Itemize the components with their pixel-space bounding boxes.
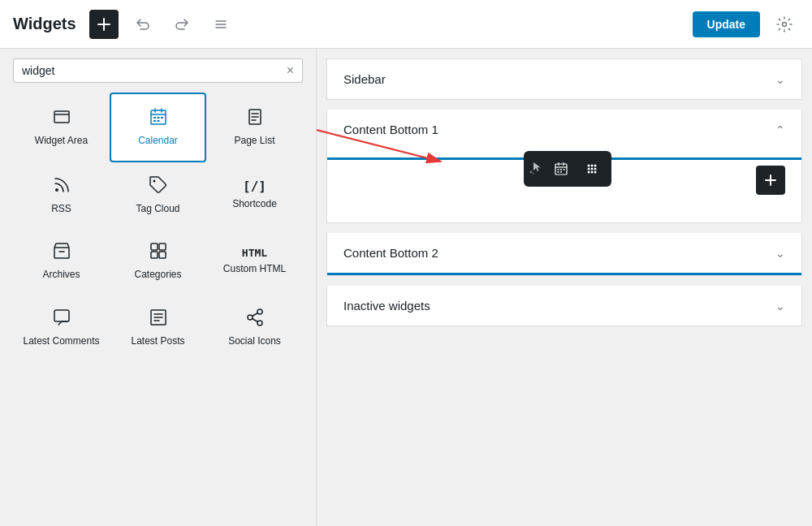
widget-item-rss[interactable]: RSS bbox=[13, 162, 110, 229]
svg-rect-14 bbox=[151, 252, 158, 258]
widget-item-custom-html[interactable]: HTML Custom HTML bbox=[206, 228, 303, 295]
header: Widgets Update bbox=[0, 0, 812, 49]
settings-button[interactable] bbox=[770, 10, 799, 39]
custom-html-icon: HTML bbox=[242, 248, 267, 258]
svg-point-21 bbox=[530, 170, 533, 173]
inactive-widgets-header[interactable]: Inactive widgets ⌄ bbox=[327, 286, 801, 326]
widget-item-categories[interactable]: Categories bbox=[110, 228, 206, 295]
svg-point-36 bbox=[591, 171, 594, 174]
latest-posts-icon bbox=[149, 308, 168, 330]
widget-panel: × Widget Area bbox=[0, 49, 317, 526]
sidebar-header[interactable]: Sidebar ⌄ bbox=[327, 59, 801, 99]
svg-rect-5 bbox=[161, 117, 163, 119]
inactive-widgets-section: Inactive widgets ⌄ bbox=[326, 286, 802, 326]
svg-rect-26 bbox=[564, 169, 565, 170]
clear-search-button[interactable]: × bbox=[287, 64, 294, 77]
grid-view-button[interactable] bbox=[577, 154, 607, 183]
svg-point-30 bbox=[591, 165, 594, 167]
categories-icon bbox=[149, 241, 168, 264]
sidebar-section: Sidebar ⌄ bbox=[326, 58, 802, 100]
archives-icon bbox=[52, 241, 71, 264]
svg-point-22 bbox=[533, 173, 534, 175]
svg-point-20 bbox=[257, 321, 262, 326]
tag-cloud-icon bbox=[149, 175, 168, 198]
calendar-label: Calendar bbox=[138, 135, 178, 148]
latest-comments-icon bbox=[52, 308, 71, 330]
tag-cloud-label: Tag Cloud bbox=[136, 203, 179, 216]
svg-rect-15 bbox=[159, 252, 166, 258]
svg-rect-24 bbox=[558, 169, 559, 170]
shortcode-label: Shortcode bbox=[232, 198, 277, 211]
svg-rect-11 bbox=[54, 248, 69, 258]
svg-point-35 bbox=[588, 171, 590, 174]
svg-rect-3 bbox=[153, 117, 156, 119]
calendar-icon bbox=[149, 107, 168, 130]
content-bottom-2-header[interactable]: Content Bottom 2 ⌄ bbox=[327, 233, 801, 273]
svg-point-29 bbox=[588, 165, 590, 167]
svg-rect-13 bbox=[159, 244, 166, 250]
latest-comments-label: Latest Comments bbox=[23, 335, 99, 348]
add-widget-button[interactable] bbox=[756, 166, 785, 195]
social-icons-icon bbox=[245, 308, 265, 330]
page-list-label: Page List bbox=[234, 135, 274, 148]
content-bottom-1-header[interactable]: Content Bottom 1 ⌃ bbox=[327, 110, 801, 149]
rss-label: RSS bbox=[51, 203, 71, 216]
calendar-widget-button[interactable] bbox=[546, 154, 576, 183]
svg-point-18 bbox=[257, 309, 262, 314]
page-list-icon bbox=[245, 107, 265, 130]
undo-button[interactable] bbox=[128, 10, 158, 39]
svg-rect-6 bbox=[153, 120, 156, 122]
widget-area-icon bbox=[52, 107, 71, 130]
right-panel: Sidebar ⌄ Content Bottom 1 ⌃ bbox=[317, 49, 812, 526]
social-icons-label: Social Icons bbox=[228, 335, 281, 348]
svg-point-10 bbox=[153, 179, 155, 182]
latest-posts-label: Latest Posts bbox=[131, 335, 184, 348]
list-view-button[interactable] bbox=[206, 10, 235, 39]
search-input[interactable] bbox=[22, 64, 280, 77]
content-bottom-1-chevron: ⌃ bbox=[775, 123, 785, 136]
main-layout: × Widget Area bbox=[0, 49, 812, 526]
widget-item-tag-cloud[interactable]: Tag Cloud bbox=[110, 162, 206, 229]
widget-item-archives[interactable]: Archives bbox=[13, 228, 110, 295]
content-bottom-2-chevron: ⌄ bbox=[775, 247, 785, 260]
svg-point-0 bbox=[783, 22, 787, 26]
svg-point-33 bbox=[591, 168, 594, 170]
content-bottom-2-label: Content Bottom 2 bbox=[343, 246, 438, 260]
svg-rect-1 bbox=[54, 111, 69, 123]
svg-rect-28 bbox=[560, 171, 562, 173]
widget-item-calendar[interactable]: Calendar bbox=[110, 93, 206, 162]
update-button[interactable]: Update bbox=[693, 11, 760, 37]
content-bottom-2-section: Content Bottom 2 ⌄ bbox=[326, 233, 802, 276]
widget-grid: Widget Area bbox=[0, 93, 316, 526]
archives-label: Archives bbox=[42, 269, 80, 282]
svg-rect-7 bbox=[157, 120, 159, 122]
drag-cursor-indicator bbox=[529, 161, 543, 178]
svg-point-9 bbox=[55, 188, 58, 192]
widget-grid-wrapper: Widget Area bbox=[0, 93, 316, 526]
widget-item-page-list[interactable]: Page List bbox=[206, 93, 303, 162]
content-bottom-1-label: Content Bottom 1 bbox=[343, 123, 438, 136]
widget-item-shortcode[interactable]: [/] Shortcode bbox=[206, 162, 303, 229]
widget-item-latest-comments[interactable]: Latest Comments bbox=[13, 295, 110, 361]
svg-point-31 bbox=[594, 165, 597, 167]
shortcode-icon: [/] bbox=[243, 180, 266, 193]
svg-point-34 bbox=[594, 168, 597, 170]
custom-html-label: Custom HTML bbox=[223, 263, 286, 276]
svg-point-37 bbox=[594, 171, 597, 174]
rss-icon bbox=[52, 175, 71, 198]
categories-label: Categories bbox=[134, 269, 181, 282]
svg-point-19 bbox=[248, 315, 253, 320]
svg-rect-25 bbox=[560, 169, 562, 170]
svg-point-32 bbox=[588, 168, 590, 170]
sidebar-chevron: ⌄ bbox=[775, 73, 785, 86]
svg-rect-27 bbox=[558, 171, 559, 173]
svg-rect-4 bbox=[157, 117, 159, 119]
svg-rect-16 bbox=[54, 310, 69, 321]
widget-item-social-icons[interactable]: Social Icons bbox=[206, 295, 303, 361]
widget-item-latest-posts[interactable]: Latest Posts bbox=[110, 295, 206, 361]
add-block-button[interactable] bbox=[89, 10, 119, 39]
search-bar: × bbox=[13, 58, 303, 83]
widget-item-widget-area[interactable]: Widget Area bbox=[13, 93, 110, 162]
redo-button[interactable] bbox=[167, 10, 197, 39]
sidebar-label: Sidebar bbox=[343, 72, 386, 86]
